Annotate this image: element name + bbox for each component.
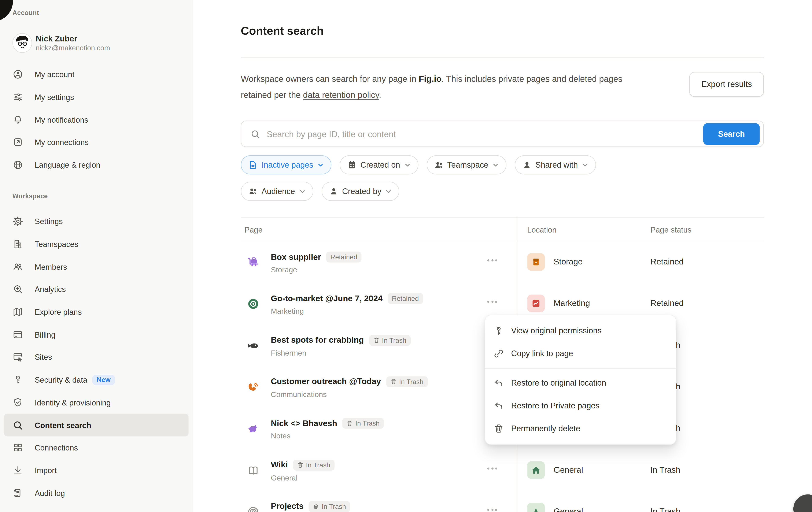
row-actions-button[interactable] [487, 260, 497, 262]
location-cell: Marketing [527, 295, 590, 312]
page-title-cell: Box supplier [271, 252, 321, 262]
page-title: Content search [241, 24, 324, 38]
page-subtitle: Notes [271, 432, 291, 440]
user-email: nickz@makenotion.com [36, 43, 110, 53]
table-row[interactable]: ProjectsIn Trash General In Trash [241, 491, 764, 512]
export-results-button[interactable]: Export results [689, 72, 764, 97]
help-button-partial[interactable] [793, 494, 812, 512]
bell-icon [12, 114, 23, 125]
chevron-down-icon [404, 162, 410, 168]
people-icon [12, 261, 23, 272]
page-subtitle: Fishermen [271, 349, 307, 357]
status-badge: In Trash [386, 376, 428, 387]
row-actions-button[interactable] [487, 467, 497, 469]
menu-divider [485, 368, 676, 368]
people-icon [249, 187, 258, 196]
title-divider [241, 57, 764, 58]
sidebar-item-audit-log[interactable]: Audit log [4, 482, 188, 504]
menu-item-restore-private-pages[interactable]: Restore to Private pages [485, 394, 676, 417]
browser-cursor-icon [12, 352, 23, 363]
status-badge: In Trash [293, 459, 335, 470]
sidebar-item-members[interactable]: Members [4, 255, 188, 278]
sidebar-item-my-account[interactable]: My account [4, 63, 188, 86]
home-green-icon [527, 461, 545, 479]
sidebar-item-my-notifications[interactable]: My notifications [4, 109, 188, 131]
trash-icon [313, 503, 319, 509]
filter-shared-with[interactable]: Shared with [515, 155, 596, 175]
table-row[interactable]: Box supplierRetained Storage Storage Ret… [241, 241, 764, 283]
search-bar: Search [241, 121, 764, 147]
link-icon [494, 349, 504, 359]
donkey-icon [247, 423, 259, 435]
sidebar-item-settings[interactable]: Settings [4, 210, 188, 233]
chevron-down-icon [582, 162, 588, 168]
person-icon [523, 160, 531, 169]
status-badge: In Trash [369, 335, 410, 345]
table-top-border [241, 217, 764, 218]
trash-icon [373, 337, 379, 343]
fish-icon [247, 339, 259, 352]
menu-item-copy-link[interactable]: Copy link to page [485, 342, 676, 365]
restore-arrow-icon [494, 401, 504, 411]
sidebar-item-language-region[interactable]: Language & region [4, 154, 188, 176]
status-badge: In Trash [342, 418, 384, 429]
sidebar-item-identity-provisioning[interactable]: Identity & provisioning [4, 391, 188, 414]
magnifier-icon [12, 420, 23, 430]
building-icon [12, 239, 23, 249]
table-row[interactable]: WikiIn Trash General General In Trash [241, 449, 764, 490]
page-title-cell: Customer outreach @Today [271, 377, 381, 386]
filter-teamspace[interactable]: Teamspace [427, 155, 506, 175]
restore-arrow-icon [494, 378, 504, 388]
filter-created-on[interactable]: Created on [340, 155, 418, 175]
row-actions-button[interactable] [487, 509, 497, 511]
sidebar-item-import[interactable]: Import [4, 459, 188, 482]
sidebar-item-connections[interactable]: Connections [4, 436, 188, 459]
workspace-name: Fig.io [419, 74, 441, 83]
page-status-cell: Retained [650, 257, 684, 267]
filter-created-by[interactable]: Created by [321, 182, 400, 201]
rings-icon [247, 506, 259, 512]
marketing-chart-icon [527, 295, 545, 312]
sidebar-item-content-search[interactable]: Content search [4, 414, 188, 436]
column-header-location: Location [527, 225, 556, 234]
search-icon [250, 129, 261, 139]
globe-icon [12, 160, 23, 170]
data-retention-policy-link[interactable]: data retention policy [303, 90, 379, 99]
menu-item-permanently-delete[interactable]: Permanently delete [485, 417, 676, 440]
page-subtitle: Marketing [271, 307, 304, 315]
search-input[interactable] [266, 122, 703, 147]
workspace-menu: Settings Teamspaces Members Analytics Ex… [0, 210, 193, 504]
sidebar-item-analytics[interactable]: Analytics [4, 278, 188, 301]
account-menu: My account My settings My notifications … [0, 63, 193, 176]
status-badge: Retained [387, 293, 423, 304]
menu-item-view-original-permissions[interactable]: View original permissions [485, 320, 676, 342]
location-cell: General [527, 503, 583, 512]
filter-row-1: Inactive pages Created on Teamspace Shar… [241, 155, 596, 175]
chevron-down-icon [385, 188, 392, 194]
location-label: Marketing [554, 299, 590, 308]
menu-item-restore-original-location[interactable]: Restore to original location [485, 372, 676, 394]
page-status-cell: In Trash [650, 465, 680, 474]
status-badge: Retained [326, 251, 361, 262]
trash-icon [297, 462, 303, 468]
filter-inactive-pages[interactable]: Inactive pages [241, 155, 331, 175]
search-button[interactable]: Search [703, 123, 760, 145]
sidebar-item-security-data[interactable]: Security & data New [4, 368, 188, 391]
sidebar-item-billing[interactable]: Billing [4, 323, 188, 346]
chevron-down-icon [317, 162, 323, 168]
sidebar-item-teamspaces[interactable]: Teamspaces [4, 233, 188, 255]
sidebar-user[interactable]: Nick Zuber nickz@makenotion.com [12, 33, 110, 53]
trash-icon [390, 379, 397, 385]
location-label: General [554, 465, 583, 474]
gear-icon [12, 216, 23, 227]
location-label: General [554, 507, 583, 512]
row-context-menu: View original permissions Copy link to p… [485, 315, 676, 445]
sidebar-item-my-connections[interactable]: My connections [4, 131, 188, 154]
sidebar-item-sites[interactable]: Sites [4, 346, 188, 368]
sidebar-item-explore-plans[interactable]: Explore plans [4, 301, 188, 323]
row-actions-button[interactable] [487, 301, 497, 303]
filter-audience[interactable]: Audience [241, 182, 313, 201]
person-circle-icon [12, 69, 23, 80]
sidebar-item-my-settings[interactable]: My settings [4, 86, 188, 109]
sidebar-section-workspace: Workspace [12, 192, 48, 200]
